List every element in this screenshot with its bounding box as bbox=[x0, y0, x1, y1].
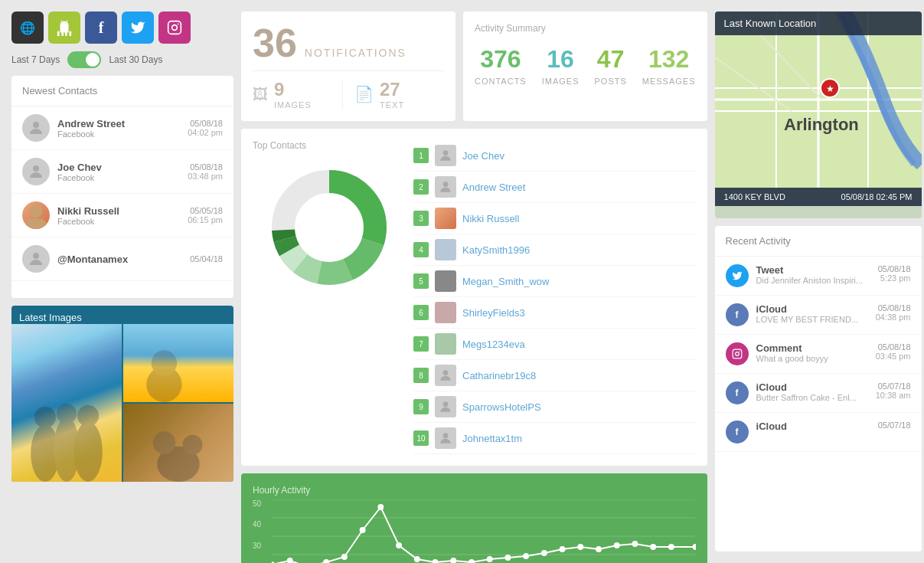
activity-item[interactable]: f iCloud Butter Saffron Cake - Enl... 05… bbox=[715, 374, 922, 413]
contact-item[interactable]: Nikki Russell Facebook 05/05/18 06:15 pm bbox=[11, 194, 233, 237]
svg-point-76 bbox=[739, 351, 740, 352]
hourly-activity-title: Hourly Activity bbox=[253, 485, 696, 496]
globe-button[interactable]: 🌐 bbox=[11, 11, 44, 44]
rank-item[interactable]: 3 Nikki Russell bbox=[413, 203, 696, 234]
activity-content: iCloud LOVE MY BEST FRIEND... bbox=[756, 303, 872, 324]
svg-text:★: ★ bbox=[826, 83, 834, 94]
android-button[interactable] bbox=[48, 11, 80, 44]
svg-point-27 bbox=[295, 194, 363, 261]
svg-point-54 bbox=[560, 546, 566, 552]
recent-activity-panel: Recent Activity Tweet Did Jennifer Anist… bbox=[715, 226, 922, 552]
notifications-card: 36 NOTIFICATIONS 🖼 9 IMAGES 📄 27 bbox=[241, 11, 455, 121]
notifications-text: 📄 27 TEXT bbox=[342, 79, 444, 110]
icloud-icon3: f bbox=[726, 421, 749, 444]
contact-date: 05/04/18 bbox=[190, 254, 223, 263]
rank-name[interactable]: Megan_Smith_wow bbox=[462, 276, 549, 287]
svg-point-75 bbox=[735, 352, 739, 356]
rank-name[interactable]: Joe Chev bbox=[462, 150, 504, 162]
latest-images-title: Latest Images bbox=[19, 312, 82, 323]
rank-name[interactable]: KatySmith1996 bbox=[462, 244, 530, 256]
text-label: TEXT bbox=[380, 100, 404, 110]
activity-content: iCloud bbox=[756, 421, 874, 432]
images-count: 9 bbox=[274, 79, 312, 100]
posts-label: POSTS bbox=[594, 77, 626, 86]
activity-type: Tweet bbox=[756, 264, 874, 276]
notifications-label: NOTIFICATIONS bbox=[305, 47, 406, 59]
latest-images-panel: Latest Images bbox=[11, 306, 233, 482]
rank-name[interactable]: SparrowsHotelPS bbox=[462, 401, 541, 413]
activity-item[interactable]: Tweet Did Jennifer Aniston Inspiri... 05… bbox=[715, 257, 922, 296]
chart-svg-area bbox=[272, 499, 696, 563]
svg-point-42 bbox=[341, 554, 348, 560]
avatar bbox=[22, 201, 50, 229]
svg-point-44 bbox=[377, 504, 384, 510]
svg-point-29 bbox=[443, 182, 449, 187]
rank-item[interactable]: 2 Andrew Street bbox=[413, 172, 696, 203]
activity-item[interactable]: Comment What a good boyyy 05/08/18 03:45… bbox=[715, 335, 922, 374]
messages-label: MESSAGES bbox=[642, 77, 696, 86]
activity-stats: 376 CONTACTS 16 IMAGES 47 POSTS 132 MESS… bbox=[475, 45, 696, 86]
activity-type: iCloud bbox=[756, 381, 872, 393]
rank-name[interactable]: ShirleyFields3 bbox=[462, 307, 525, 319]
svg-point-45 bbox=[396, 542, 402, 548]
rank-item[interactable]: 10 Johnettax1tm bbox=[413, 423, 696, 454]
rank-name[interactable]: Catharinebr19c8 bbox=[462, 370, 536, 381]
svg-point-3 bbox=[33, 122, 39, 128]
svg-point-50 bbox=[487, 556, 493, 562]
twitter-button[interactable] bbox=[122, 11, 154, 44]
image-cell[interactable] bbox=[123, 324, 233, 402]
avatar bbox=[22, 245, 50, 273]
image-icon: 🖼 bbox=[253, 86, 268, 103]
rank-name[interactable]: Andrew Street bbox=[462, 182, 525, 193]
rank-avatar bbox=[435, 145, 456, 166]
rank-number: 10 bbox=[413, 430, 429, 446]
y-axis-labels: 50 40 30 20 10 bbox=[253, 499, 261, 563]
contact-name: Joe Chev bbox=[57, 162, 188, 173]
rank-name[interactable]: Nikki Russell bbox=[462, 213, 519, 224]
svg-point-31 bbox=[443, 401, 449, 407]
rank-item[interactable]: 5 Megan_Smith_wow bbox=[413, 266, 696, 297]
map-address: 1400 KEY BLVD bbox=[724, 192, 785, 201]
svg-point-39 bbox=[287, 558, 293, 563]
posts-value: 47 bbox=[594, 45, 626, 74]
icloud-icon2: f bbox=[726, 381, 749, 404]
map-footer: 1400 KEY BLVD 05/08/18 02:45 PM bbox=[715, 188, 922, 206]
activity-item[interactable]: f iCloud LOVE MY BEST FRIEND... 05/08/18… bbox=[715, 296, 922, 335]
activity-item[interactable]: f iCloud 05/07/18 bbox=[715, 413, 922, 452]
rank-item[interactable]: 7 Megs1234eva bbox=[413, 329, 696, 360]
activity-time: 05/08/18 5:23 pm bbox=[878, 264, 911, 283]
newest-contacts-panel: Newest Contacts Andrew Street Facebook 0… bbox=[11, 76, 233, 298]
contacts-ranking: 1 Joe Chev 2 Andrew Street 3 Nikki Russe… bbox=[413, 140, 696, 454]
rank-item[interactable]: 6 ShirleyFields3 bbox=[413, 297, 696, 329]
contact-date: 05/08/18 04:02 pm bbox=[188, 119, 223, 137]
rank-avatar bbox=[435, 427, 456, 449]
image-cell[interactable] bbox=[123, 404, 233, 482]
rank-name[interactable]: Megs1234eva bbox=[462, 339, 525, 350]
image-cell[interactable] bbox=[11, 324, 122, 482]
rank-avatar bbox=[435, 176, 456, 198]
toggle-switch[interactable] bbox=[67, 51, 101, 68]
contact-item[interactable]: Andrew Street Facebook 05/08/18 04:02 pm bbox=[11, 106, 233, 150]
rank-avatar bbox=[435, 208, 456, 229]
facebook-button[interactable]: f bbox=[85, 11, 117, 44]
contact-item[interactable]: @Montanamex 05/04/18 bbox=[11, 237, 233, 281]
contact-item[interactable]: Joe Chev Facebook 05/08/18 03:48 pm bbox=[11, 150, 233, 194]
top-contacts-title: Top Contacts bbox=[253, 140, 406, 151]
social-bar: 🌐 f bbox=[11, 11, 233, 44]
rank-item[interactable]: 9 SparrowsHotelPS bbox=[413, 391, 696, 423]
svg-point-15 bbox=[152, 350, 177, 375]
instagram-button[interactable] bbox=[158, 11, 191, 44]
rank-item[interactable]: 1 Joe Chev bbox=[413, 140, 696, 172]
activity-content: Tweet Did Jennifer Aniston Inspiri... bbox=[756, 264, 874, 285]
activity-text: Butter Saffron Cake - Enl... bbox=[756, 393, 872, 402]
svg-point-7 bbox=[33, 253, 39, 259]
activity-summary-title: Activity Summary bbox=[475, 23, 696, 34]
messages-value: 132 bbox=[642, 45, 696, 74]
rank-avatar bbox=[435, 333, 456, 355]
rank-item[interactable]: 8 Catharinebr19c8 bbox=[413, 360, 696, 391]
icloud-icon: f bbox=[726, 303, 749, 326]
contacts-value: 376 bbox=[475, 45, 527, 74]
rank-item[interactable]: 4 KatySmith1996 bbox=[413, 234, 696, 266]
line-chart: 50 40 30 20 10 bbox=[253, 499, 696, 563]
rank-name[interactable]: Johnettax1tm bbox=[462, 433, 522, 444]
